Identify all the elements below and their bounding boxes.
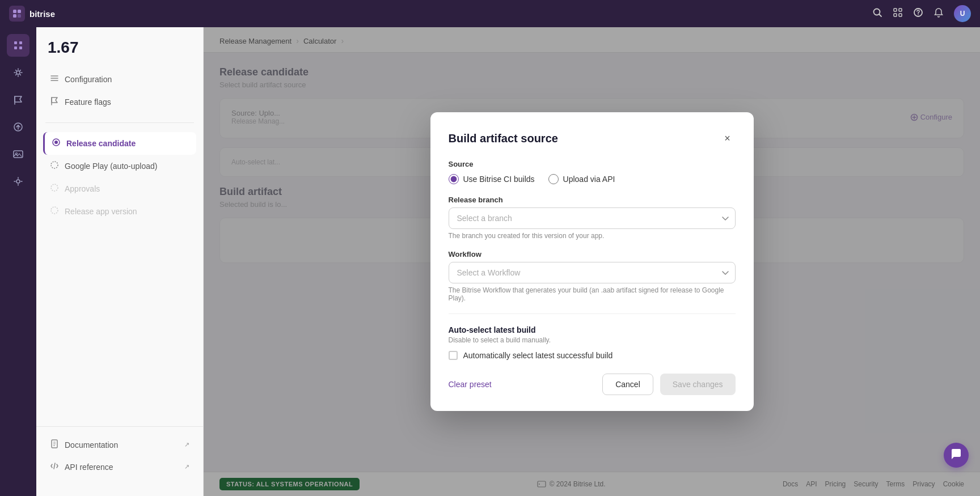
modal-close-button[interactable]: × bbox=[720, 130, 736, 146]
app-logo[interactable]: bitrise bbox=[9, 6, 55, 22]
workflow-wrapper: Select a Workflow bbox=[449, 262, 736, 283]
main-layout: 1.67 Configuration bbox=[0, 27, 980, 496]
chat-bubble[interactable] bbox=[944, 443, 969, 468]
top-navigation: bitrise bbox=[0, 0, 980, 27]
app-name: bitrise bbox=[29, 9, 55, 19]
sidebar-icon-image[interactable] bbox=[7, 143, 29, 166]
clear-preset-button[interactable]: Clear preset bbox=[449, 380, 492, 389]
documentation-ext-icon: ↗ bbox=[184, 441, 189, 448]
auto-select-section: Auto-select latest build Disable to sele… bbox=[449, 325, 736, 360]
release-branch-hint: The branch you created for this version … bbox=[449, 232, 736, 240]
source-option2-text: Upload via API bbox=[563, 175, 615, 184]
modal-title: Build artifact source bbox=[449, 132, 558, 145]
svg-point-29 bbox=[51, 162, 58, 168]
sidebar-item-release-app[interactable]: Release app version bbox=[43, 200, 196, 223]
release-branch-select[interactable]: Select a branch bbox=[449, 207, 736, 229]
release-app-icon bbox=[50, 206, 59, 217]
api-reference-icon bbox=[50, 461, 59, 472]
sidebar-item-approvals[interactable]: Approvals bbox=[43, 177, 196, 200]
save-changes-button[interactable]: Save changes bbox=[660, 374, 736, 395]
sidebar-icon-gear2[interactable] bbox=[7, 170, 29, 193]
svg-point-11 bbox=[918, 14, 919, 15]
logo-icon bbox=[9, 6, 25, 22]
sidebar-content: 1.67 Configuration bbox=[36, 27, 204, 496]
svg-line-36 bbox=[54, 463, 55, 469]
google-play-icon bbox=[50, 160, 59, 172]
documentation-icon bbox=[50, 439, 59, 450]
sidebar-item-documentation[interactable]: Documentation ↗ bbox=[43, 434, 196, 456]
release-branch-label: Release branch bbox=[449, 196, 736, 204]
sidebar-icon-release[interactable] bbox=[7, 116, 29, 138]
configuration-icon bbox=[50, 74, 59, 85]
source-option2-label[interactable]: Upload via API bbox=[548, 174, 615, 184]
sidebar-item-configuration[interactable]: Configuration bbox=[43, 68, 196, 91]
feature-flags-icon bbox=[50, 96, 59, 108]
modal-footer: Clear preset Cancel Save changes bbox=[449, 374, 736, 395]
chat-icon bbox=[950, 448, 962, 463]
release-branch-field: Release branch Select a branch The branc… bbox=[449, 196, 736, 240]
configuration-label: Configuration bbox=[65, 75, 112, 84]
sidebar-icon-settings[interactable] bbox=[7, 61, 29, 84]
release-candidate-label: Release candidate bbox=[66, 139, 136, 148]
sidebar-main-section: Configuration Feature flags bbox=[36, 66, 203, 116]
svg-rect-9 bbox=[899, 14, 902, 16]
svg-rect-8 bbox=[894, 14, 897, 16]
grid-icon[interactable] bbox=[893, 7, 903, 20]
sidebar-icon-flag[interactable] bbox=[7, 88, 29, 111]
source-option1-label[interactable]: Use Bitrise CI builds bbox=[449, 174, 535, 184]
release-candidate-icon bbox=[52, 138, 61, 149]
search-icon[interactable] bbox=[872, 7, 882, 20]
help-icon[interactable] bbox=[913, 7, 923, 20]
sidebar-divider bbox=[45, 122, 194, 123]
modal-dialog: Build artifact source × Source Use Bitri… bbox=[430, 112, 754, 411]
svg-point-22 bbox=[16, 180, 20, 183]
svg-rect-7 bbox=[899, 9, 902, 11]
source-radio-group: Use Bitrise CI builds Upload via API bbox=[449, 174, 736, 184]
modal-footer-actions: Cancel Save changes bbox=[602, 374, 735, 395]
auto-select-checkbox[interactable] bbox=[449, 351, 458, 360]
user-avatar[interactable]: U bbox=[954, 5, 971, 22]
sidebar-item-release-candidate[interactable]: Release candidate bbox=[43, 132, 196, 155]
auto-select-title: Auto-select latest build bbox=[449, 325, 736, 334]
svg-rect-12 bbox=[14, 41, 17, 44]
workflow-hint: The Bitrise Workflow that generates your… bbox=[449, 286, 736, 302]
workflow-field: Workflow Select a Workflow The Bitrise W… bbox=[449, 250, 736, 302]
cancel-button[interactable]: Cancel bbox=[602, 374, 653, 395]
svg-rect-1 bbox=[18, 10, 21, 13]
modal-overlay: Build artifact source × Source Use Bitri… bbox=[204, 27, 980, 496]
auto-select-subtitle: Disable to select a build manually. bbox=[449, 336, 736, 344]
svg-line-5 bbox=[880, 14, 882, 16]
sidebar-item-feature-flags[interactable]: Feature flags bbox=[43, 91, 196, 113]
documentation-label: Documentation bbox=[65, 440, 118, 450]
sidebar-icon-home[interactable] bbox=[7, 34, 29, 57]
source-option1-text: Use Bitrise CI builds bbox=[463, 175, 535, 184]
svg-point-28 bbox=[54, 141, 58, 144]
workflow-select[interactable]: Select a Workflow bbox=[449, 262, 736, 283]
svg-point-16 bbox=[16, 71, 20, 74]
main-content-area: Release Management › Calculator › Releas… bbox=[204, 27, 980, 496]
sidebar-item-google-play[interactable]: Google Play (auto-upload) bbox=[43, 155, 196, 177]
modal-divider bbox=[449, 313, 736, 314]
api-reference-ext-icon: ↗ bbox=[184, 463, 189, 470]
svg-point-30 bbox=[51, 184, 58, 191]
svg-point-4 bbox=[874, 9, 880, 15]
sidebar-item-api-reference[interactable]: API reference ↗ bbox=[43, 456, 196, 478]
workflow-label: Workflow bbox=[449, 250, 736, 258]
svg-point-31 bbox=[51, 207, 58, 214]
svg-rect-6 bbox=[894, 9, 897, 11]
sidebar-bottom-section: Documentation ↗ API reference ↗ bbox=[36, 426, 203, 485]
source-option2-radio[interactable] bbox=[548, 174, 559, 184]
svg-rect-0 bbox=[13, 10, 16, 13]
source-option1-radio[interactable] bbox=[449, 174, 459, 184]
svg-rect-2 bbox=[13, 14, 16, 18]
notification-icon[interactable] bbox=[933, 7, 944, 20]
sidebar-icon-rail bbox=[0, 27, 36, 496]
modal-header: Build artifact source × bbox=[449, 130, 736, 146]
svg-rect-3 bbox=[18, 14, 21, 18]
auto-select-checkbox-label[interactable]: Automatically select latest successful b… bbox=[449, 351, 736, 360]
approvals-icon bbox=[50, 183, 59, 194]
svg-rect-14 bbox=[14, 46, 17, 49]
approvals-label: Approvals bbox=[65, 184, 100, 193]
feature-flags-label: Feature flags bbox=[65, 97, 111, 107]
source-label: Source bbox=[449, 160, 736, 168]
